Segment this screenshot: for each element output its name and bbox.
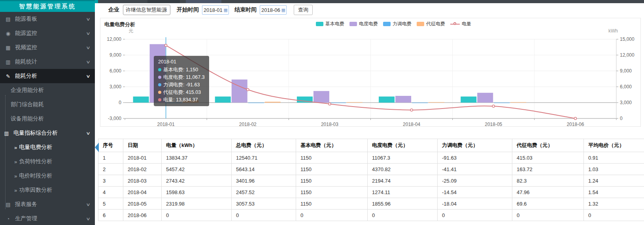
- table-cell: 1.32: [584, 198, 644, 210]
- chevron-down-icon: ∨: [86, 131, 91, 136]
- start-date-input[interactable]: 2018-01 ▦: [202, 5, 229, 15]
- legend-swatch: [316, 22, 323, 26]
- svg-text:12,000: 12,000: [620, 52, 635, 58]
- table-cell: 3057.53: [232, 198, 296, 210]
- table-cell: -18.04: [438, 198, 512, 210]
- sidebar-item-device-energy-analysis[interactable]: 设备用能分析: [0, 112, 95, 126]
- strip-dark-segment: [147, 0, 180, 3]
- sidebar-item-energy-statistics[interactable]: ▥能耗统计∨: [0, 55, 95, 69]
- company-select[interactable]: 许继信息智慧能源 ▼: [123, 5, 170, 15]
- calendar-icon[interactable]: ▦: [281, 8, 285, 13]
- table-cell: 1150: [296, 187, 368, 198]
- table-header-cell: 电量（kWh）: [162, 139, 232, 152]
- report-icon: ▤: [5, 202, 11, 208]
- series-dot-icon: [158, 83, 161, 86]
- sidebar: 智慧能源管理系统 ▤能源看板∨◉能源监控∨▦视频监控∨▥能耗统计∨✎能耗分析∨企…: [0, 0, 95, 225]
- table-cell: 2018-02: [123, 164, 162, 175]
- legend-item-collection-fee[interactable]: 代征电费: [417, 21, 445, 27]
- table-cell: 2743.42: [162, 175, 232, 187]
- svg-text:15,000: 15,000: [620, 36, 635, 42]
- table-cell: 13834.37: [162, 152, 232, 164]
- table-row: 62018-060000000: [98, 210, 644, 221]
- chevron-down-icon: ∨: [86, 202, 91, 207]
- svg-text:0: 0: [119, 100, 121, 105]
- table-row: 42018-041598.632457.5211501274.11-14.544…: [98, 187, 644, 198]
- sidebar-item-power-indicator-analysis[interactable]: ▥电量指标综合分析∨: [0, 126, 95, 140]
- table-cell: 2018-04: [123, 187, 162, 198]
- main-content: 企业 许继信息智慧能源 ▼ 开始时间 2018-01 ▦ 结束时间 2018-0…: [95, 0, 644, 225]
- table-header-cell: 日期: [123, 139, 162, 152]
- table-row: 22018-025457.425643.1411504370.82-41.411…: [98, 164, 644, 175]
- svg-text:6,000: 6,000: [110, 68, 121, 74]
- sidebar-item-report-service[interactable]: ▤报表服务∨: [0, 197, 95, 212]
- table-cell: 1.54: [584, 187, 644, 198]
- svg-text:2018-02: 2018-02: [239, 122, 257, 126]
- page: 智慧能源管理系统 ▤能源看板∨◉能源监控∨▦视频监控∨▥能耗统计∨✎能耗分析∨企…: [0, 0, 644, 225]
- sidebar-item-production-management[interactable]: ◔生产管理∨: [0, 212, 95, 225]
- legend-label: 电度电费: [359, 21, 378, 27]
- sidebar-item-video-monitoring[interactable]: ▦视频监控∨: [0, 40, 95, 55]
- sidebar-item-department-energy[interactable]: 部门综合能耗: [0, 97, 95, 112]
- table-cell: 69.6: [512, 198, 584, 210]
- sidebar-item-enterprise-energy-analysis[interactable]: 企业用能分析: [0, 83, 95, 97]
- table-row: 52018-052319.983057.5311501855.96-18.046…: [98, 198, 644, 210]
- svg-text:2018-01: 2018-01: [157, 122, 175, 126]
- sidebar-item-label: 电量电费分析: [19, 144, 52, 151]
- sidebar-item-label: 能耗统计: [15, 58, 37, 65]
- sidebar-item-energy-dashboard[interactable]: ▤能源看板∨: [0, 12, 95, 26]
- table-cell: 1150: [296, 198, 368, 210]
- table-cell: 2018-01: [123, 152, 162, 164]
- double-arrow-icon: »: [14, 159, 17, 165]
- table-cell: 2018-03: [123, 175, 162, 187]
- table-cell: 82.3: [512, 175, 584, 187]
- legend-label: 电量: [462, 21, 471, 27]
- analysis-icon: ✎: [5, 73, 11, 79]
- svg-text:3,000: 3,000: [110, 84, 121, 90]
- legend-label: 基本电费: [325, 21, 344, 27]
- legend-item-degree-fee[interactable]: 电度电费: [349, 21, 378, 27]
- sidebar-item-load-characteristic-analysis[interactable]: »负荷特性分析: [0, 154, 95, 169]
- chevron-down-icon: ∨: [86, 31, 91, 36]
- sidebar-item-label: 设备用能分析: [11, 115, 44, 122]
- svg-text:9,000: 9,000: [620, 68, 632, 74]
- tooltip-row: 力调电费: -91.63: [158, 81, 205, 89]
- table-cell: 5457.42: [162, 164, 232, 175]
- sidebar-item-power-factor-analysis[interactable]: »功率因数分析: [0, 183, 95, 197]
- end-date-input[interactable]: 2018-06 ▦: [260, 5, 287, 15]
- table-cell: 163.72: [512, 164, 584, 175]
- svg-text:9,000: 9,000: [110, 52, 121, 58]
- table-cell: 2: [98, 164, 123, 175]
- camera-icon: ◉: [5, 31, 11, 36]
- series-dot-icon: [158, 76, 161, 79]
- chevron-down-icon: ∨: [86, 45, 91, 50]
- series-dot-icon: [158, 68, 161, 71]
- table-cell: 2319.98: [162, 198, 232, 210]
- table-cell: 415.03: [512, 152, 584, 164]
- table-cell: 2457.52: [232, 187, 296, 198]
- legend-item-basic-fee[interactable]: 基本电费: [316, 21, 344, 27]
- sidebar-item-energy-monitoring[interactable]: ◉能源监控∨: [0, 26, 95, 40]
- legend-item-power-adjust-fee[interactable]: 力调电费: [383, 21, 412, 27]
- tooltip-row: 电量: 13,834.37: [158, 96, 205, 104]
- sidebar-item-energy-analysis[interactable]: ✎能耗分析∨: [0, 69, 95, 83]
- table-cell: 0: [296, 210, 368, 221]
- table-cell: -25.09: [438, 175, 512, 187]
- series-dot-icon: [158, 98, 161, 101]
- tooltip-row: 电度电费: 11,067.3: [158, 74, 205, 81]
- table-header-cell: 代征电费（元）: [512, 139, 584, 152]
- sidebar-item-price-period-analysis[interactable]: »电价时段分析: [0, 169, 95, 183]
- legend-item-energy[interactable]: 电量: [450, 21, 471, 27]
- svg-text:0: 0: [620, 116, 623, 121]
- table-cell: -14.54: [438, 187, 512, 198]
- sidebar-item-label: 负荷特性分析: [19, 158, 52, 165]
- table-cell: 4: [98, 187, 123, 198]
- table-cell: 1598.63: [162, 187, 232, 198]
- query-button[interactable]: 查询: [294, 5, 313, 15]
- sidebar-item-power-fee-analysis[interactable]: »电量电费分析: [0, 140, 95, 154]
- table-cell: 11067.3: [368, 152, 438, 164]
- legend-swatch: [349, 22, 357, 26]
- calendar-icon[interactable]: ▦: [224, 8, 228, 13]
- table-cell: 0: [232, 210, 296, 221]
- table-cell: 1150: [296, 152, 368, 164]
- company-select-value: 许继信息智慧能源: [126, 6, 167, 13]
